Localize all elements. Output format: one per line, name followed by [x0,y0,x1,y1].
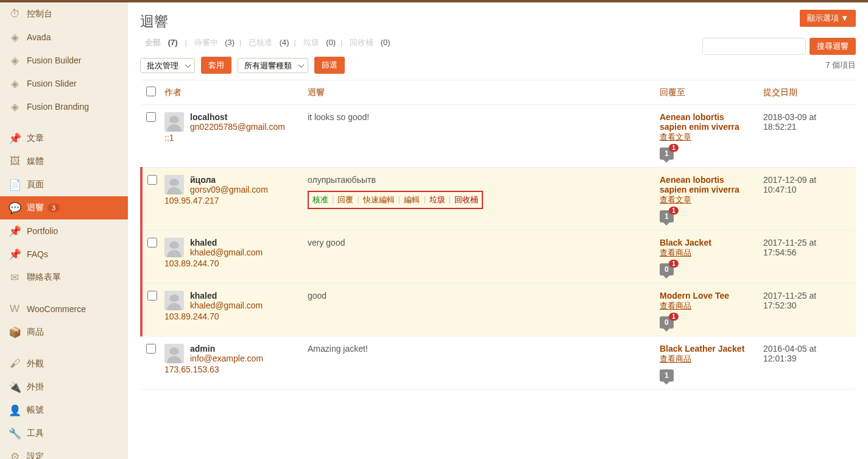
filter-button[interactable]: 篩選 [314,57,345,74]
author-email[interactable]: khaled@gmail.com [190,301,263,310]
menu-icon: ◈ [9,101,21,113]
action-edit[interactable]: 編輯 [404,194,420,205]
sidebar-item-label: Avada [27,32,51,42]
sidebar-item-3[interactable]: ◈Fusion Slider [0,72,128,95]
sidebar-item-label: 聯絡表單 [27,272,61,283]
avatar [164,112,184,132]
comment-row: khaled khaled@gmail.com 103.89.244.70 ve… [141,230,856,283]
bubble-badge: 1 [669,207,679,215]
author-ip[interactable]: 103.89.244.70 [164,258,298,268]
col-reply-to[interactable]: 回覆至 [655,80,758,105]
author-ip[interactable]: ::1 [164,133,298,143]
action-trash[interactable]: 回收桶 [454,194,478,205]
row-checkbox[interactable] [147,175,157,185]
filter-spam[interactable]: 垃圾 (0) [301,38,339,47]
comment-count-bubble[interactable]: 11 [660,148,674,160]
sidebar-item-15[interactable]: 📦商品 [0,321,128,344]
comment-count-bubble[interactable]: 1 [660,369,674,382]
menu-icon: 📄 [9,179,21,191]
filter-all[interactable]: 全部 (7) [143,38,180,47]
sidebar-item-4[interactable]: ◈Fusion Branding [0,95,128,118]
col-comment[interactable]: 迴響 [303,80,655,105]
author-email[interactable]: info@example.com [190,354,263,363]
author-ip[interactable]: 173.65.153.63 [164,365,298,374]
view-post-link[interactable]: 查看商品 [660,301,691,310]
menu-icon: ⏱ [9,8,21,20]
comment-count-bubble[interactable]: 01 [660,263,674,276]
view-post-link[interactable]: 查看文章 [660,195,691,204]
author-name: йцола [190,175,216,185]
bulk-apply-button[interactable]: 套用 [201,57,231,74]
sidebar-item-12[interactable]: ✉聯絡表單 [0,266,128,289]
author-name: khaled [190,238,217,247]
search-button[interactable]: 搜尋迴響 [810,38,856,55]
reply-to-title[interactable]: Black Jacket [660,238,711,247]
sidebar-item-14[interactable]: WWooCommerce [0,297,128,321]
row-checkbox[interactable] [147,291,157,301]
row-checkbox[interactable] [146,112,156,122]
sidebar-item-18[interactable]: 🔌外掛 [0,375,128,399]
reply-to-title[interactable]: Modern Love Tee [660,291,729,301]
col-date[interactable]: 提交日期 [758,80,856,105]
row-actions: 核准| 回覆| 快速編輯| 編輯| 垃圾| 回收桶 [308,191,483,209]
row-checkbox[interactable] [147,238,157,247]
sidebar-item-0[interactable]: ⏱控制台 [0,2,128,26]
row-checkbox[interactable] [146,344,156,354]
comment-content: олупрытаюбьытв [308,175,650,185]
author-email[interactable]: gorsv09@gmail.com [190,185,268,194]
action-reply[interactable]: 回覆 [337,194,353,205]
filter-approved[interactable]: 已核准 (4) [246,38,292,47]
sidebar-item-20[interactable]: 🔧工具 [0,422,128,445]
author-name: khaled [190,291,217,301]
view-post-link[interactable]: 查看商品 [660,354,691,363]
reply-to-title[interactable]: Black Leather Jacket [660,344,744,354]
comment-content: Amazing jacket! [308,344,650,354]
sidebar-item-7[interactable]: 🖼媒體 [0,150,128,173]
sidebar-item-label: Fusion Branding [27,102,89,112]
avatar [164,175,184,194]
author-ip[interactable]: 103.89.244.70 [164,311,298,321]
menu-icon: 👤 [9,404,21,416]
sidebar-item-label: 媒體 [27,156,44,167]
sidebar-item-1[interactable]: ◈Avada [0,26,128,49]
action-spam[interactable]: 垃圾 [429,194,445,205]
comment-date: 2018-03-09 at 18:52:21 [758,105,856,168]
author-email[interactable]: gn02205785@gmail.com [190,122,285,132]
action-quick-edit[interactable]: 快速編輯 [363,194,395,205]
sidebar-item-9[interactable]: 💬迴響3 [0,196,128,219]
comment-count-bubble[interactable]: 01 [660,316,674,329]
comment-date: 2017-11-25 at 17:52:30 [758,283,856,336]
sidebar-item-11[interactable]: 📌FAQs [0,243,128,266]
comment-type-select[interactable]: 所有迴響種類 [238,58,308,73]
admin-sidebar: ⏱控制台◈Avada◈Fusion Builder◈Fusion Slider◈… [0,2,128,459]
reply-to-title[interactable]: Aenean lobortis sapien enim viverra [660,112,739,132]
screen-options-button[interactable]: 顯示選項 ▼ [800,10,856,27]
comment-count-bubble[interactable]: 11 [660,210,674,222]
search-input[interactable] [702,38,806,55]
sidebar-item-label: 帳號 [27,405,44,416]
select-all-checkbox[interactable] [146,87,156,96]
view-post-link[interactable]: 查看文章 [660,132,691,141]
sidebar-item-21[interactable]: ⚙設定 [0,445,128,459]
sidebar-item-2[interactable]: ◈Fusion Builder [0,49,128,72]
tablenav-top: 批次管理 套用 所有迴響種類 篩選 7 個項目 [140,54,856,80]
col-author[interactable]: 作者 [160,80,303,105]
sidebar-item-label: 設定 [27,451,44,459]
sidebar-item-10[interactable]: 📌Portfolio [0,219,128,243]
author-email[interactable]: khaled@gmail.com [190,247,263,257]
menu-icon: 🔧 [9,427,21,439]
view-post-link[interactable]: 查看商品 [660,248,691,257]
sidebar-item-8[interactable]: 📄頁面 [0,173,128,196]
reply-to-title[interactable]: Aenean lobortis sapien enim viverra [660,175,739,194]
sidebar-item-17[interactable]: 🖌外觀 [0,352,128,375]
bulk-action-select[interactable]: 批次管理 [140,58,195,73]
sidebar-item-19[interactable]: 👤帳號 [0,399,128,422]
filter-trash[interactable]: 回收桶 (0) [347,38,393,47]
filter-pending[interactable]: 待審中 (3) [192,38,238,47]
menu-icon: 🖌 [9,358,21,370]
menu-icon: W [9,303,21,315]
author-ip[interactable]: 109.95.47.217 [164,196,298,205]
comment-row: khaled khaled@gmail.com 103.89.244.70 go… [141,283,856,336]
action-approve[interactable]: 核准 [312,194,328,205]
sidebar-item-6[interactable]: 📌文章 [0,127,128,150]
